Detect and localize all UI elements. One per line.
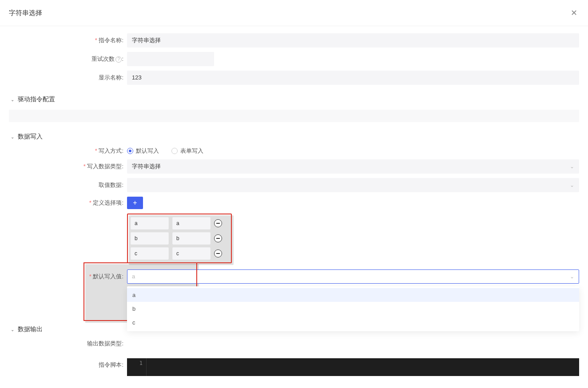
radio-default-write[interactable]: 默认写入 (127, 147, 159, 155)
option-val-input[interactable] (172, 232, 211, 245)
remove-option-button[interactable] (214, 249, 222, 257)
remove-option-button[interactable] (214, 219, 222, 227)
modal-title: 字符串选择 (9, 9, 42, 17)
default-value-select[interactable]: a ⌄ (127, 269, 579, 284)
label-command-name: 指令名称: (9, 36, 127, 44)
option-row (131, 247, 228, 260)
option-row (131, 217, 228, 230)
help-icon[interactable]: ? (115, 56, 122, 63)
label-write-type: 写入数据类型: (9, 162, 127, 170)
option-val-input[interactable] (172, 217, 211, 230)
remove-option-button[interactable] (214, 234, 222, 242)
command-name-input[interactable] (127, 33, 579, 48)
dropdown-item[interactable]: c (127, 316, 579, 329)
source-data-select[interactable]: ⌄ (127, 178, 579, 192)
row-write-mode: 写入方式: 默认写入 表单写入 (9, 147, 579, 155)
retry-input[interactable] (127, 52, 214, 66)
chevron-down-icon: ⌄ (11, 327, 14, 332)
driver-placeholder-row (9, 110, 579, 122)
script-editor[interactable]: 1 (127, 358, 579, 376)
chevron-down-icon: ⌄ (570, 181, 574, 189)
radio-dot-icon (127, 148, 133, 154)
default-value-dropdown: a b c (127, 286, 579, 331)
row-script: 指令脚本: 1 (9, 358, 579, 376)
close-icon[interactable]: ✕ (569, 7, 579, 19)
section-datawrite-label: 数据写入 (18, 133, 43, 141)
row-output-type: 输出数据类型: (9, 340, 579, 348)
label-output-type: 输出数据类型: (9, 340, 127, 348)
chevron-down-icon: ⌄ (11, 97, 14, 102)
chevron-down-icon: ⌄ (570, 273, 574, 281)
code-content[interactable] (147, 358, 579, 376)
label-display-name: 显示名称: (9, 74, 127, 82)
radio-form-write[interactable]: 表单写入 (171, 147, 203, 155)
label-define-options: 定义选择项: (9, 199, 127, 207)
row-define-options: 定义选择项: + (9, 197, 579, 209)
option-key-input[interactable] (131, 217, 169, 230)
section-driver-header[interactable]: ⌄ 驱动指令配置 (9, 89, 579, 110)
radio-dot-icon (171, 148, 178, 154)
row-source-data: 取值数据: ⌄ (9, 178, 579, 192)
row-retry: 重试次数?: (9, 52, 579, 66)
label-write-mode: 写入方式: (9, 147, 127, 155)
dropdown-item[interactable]: a (127, 288, 579, 302)
display-name-input[interactable] (127, 71, 579, 85)
label-default-value: 默认写入值: (9, 273, 127, 281)
label-script: 指令脚本: (9, 358, 127, 369)
row-default-value: 默认写入值: a ⌄ a b c (9, 269, 579, 284)
chevron-down-icon: ⌄ (570, 162, 574, 170)
option-val-input[interactable] (172, 247, 211, 260)
write-mode-radio-group: 默认写入 表单写入 (127, 147, 203, 155)
add-option-button[interactable]: + (127, 197, 143, 209)
row-display-name: 显示名称: (9, 71, 579, 85)
section-driver-label: 驱动指令配置 (18, 95, 55, 103)
modal-body: 指令名称: 重试次数?: 显示名称: ⌄ 驱动指令配置 ⌄ 数据写入 写入方式:… (0, 26, 588, 376)
write-type-select[interactable]: 字符串选择 ⌄ (127, 159, 579, 174)
option-key-input[interactable] (131, 232, 169, 245)
modal-header: 字符串选择 ✕ (0, 0, 588, 26)
row-command-name: 指令名称: (9, 33, 579, 48)
section-datawrite-header[interactable]: ⌄ 数据写入 (9, 127, 579, 147)
line-number-gutter: 1 (127, 358, 147, 376)
dropdown-item[interactable]: b (127, 302, 579, 316)
options-container (127, 214, 579, 263)
option-key-input[interactable] (131, 247, 169, 260)
options-box (127, 214, 232, 263)
section-dataoutput-label: 数据输出 (18, 325, 43, 333)
label-source-data: 取值数据: (9, 181, 127, 189)
chevron-down-icon: ⌄ (11, 135, 14, 139)
row-write-type: 写入数据类型: 字符串选择 ⌄ (9, 159, 579, 174)
label-retry: 重试次数?: (9, 55, 127, 63)
option-row (131, 232, 228, 245)
